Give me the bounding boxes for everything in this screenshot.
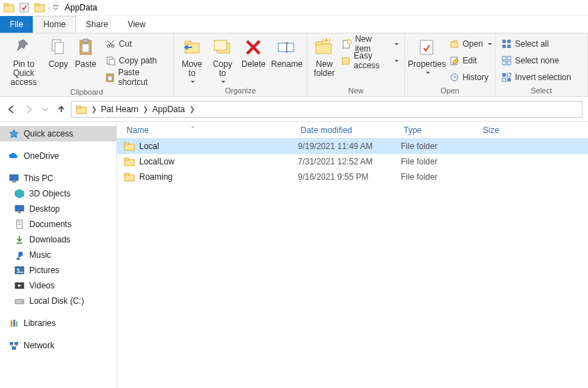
select-all-button[interactable]: Select all	[498, 36, 574, 52]
qat-customize-dropdown[interactable]	[51, 0, 61, 15]
copy-button[interactable]: Copy	[45, 35, 72, 69]
move-to-icon	[181, 36, 203, 59]
svg-rect-22	[316, 44, 331, 54]
svg-rect-35	[507, 45, 511, 48]
ribbon: Pin to Quick access Copy Paste Cut	[0, 33, 588, 97]
nav-bar: ❯ Pat Hearn ❯ AppData ❯	[0, 97, 588, 122]
paste-button[interactable]: Paste	[72, 35, 99, 69]
copy-to-button[interactable]: Copy to	[207, 35, 238, 84]
table-row[interactable]: Roaming 9/16/2021 9:55 PM File folder	[117, 169, 588, 185]
edit-button[interactable]: Edit	[446, 53, 495, 68]
breadcrumb-item[interactable]: Pat Hearn	[100, 104, 140, 114]
group-select: Select all Select none Invert selection …	[495, 33, 588, 96]
sidebar-item-desktop[interactable]: Desktop	[0, 201, 116, 217]
tab-home[interactable]: Home	[33, 16, 76, 33]
sidebar-item-3d-objects[interactable]: 3D Objects	[0, 186, 116, 201]
documents-icon	[14, 219, 25, 230]
sidebar-item-onedrive[interactable]: OneDrive	[0, 148, 116, 164]
tab-share[interactable]: Share	[76, 16, 118, 33]
open-button[interactable]: Open	[446, 36, 495, 52]
svg-rect-47	[12, 181, 16, 183]
tab-view[interactable]: View	[118, 16, 155, 33]
qat-properties-icon[interactable]	[17, 0, 32, 15]
svg-rect-4	[35, 3, 39, 6]
select-none-icon	[501, 55, 512, 66]
history-button[interactable]: History	[446, 70, 495, 85]
svg-rect-2	[20, 3, 29, 12]
sidebar-item-downloads[interactable]: Downloads	[0, 232, 116, 247]
sidebar-item-local-disk[interactable]: Local Disk (C:)	[0, 293, 116, 309]
svg-rect-27	[342, 58, 349, 64]
rename-icon	[276, 36, 298, 59]
column-type[interactable]: Type	[401, 125, 480, 135]
sidebar-item-network[interactable]: Network	[0, 338, 116, 353]
sidebar-item-documents[interactable]: Documents	[0, 217, 116, 232]
svg-rect-15	[108, 76, 112, 81]
svg-rect-9	[82, 44, 89, 52]
sidebar-item-music[interactable]: Music	[0, 247, 116, 263]
select-none-button[interactable]: Select none	[498, 53, 574, 68]
videos-icon	[14, 280, 25, 291]
svg-rect-36	[502, 56, 506, 60]
copy-to-icon	[212, 36, 234, 59]
table-row[interactable]: LocalLow 7/31/2021 12:52 AM File folder	[117, 154, 588, 169]
chevron-right-icon[interactable]: ❯	[88, 105, 100, 113]
group-open: Properties Open Edit History Open	[405, 33, 495, 96]
pin-to-quick-access-button[interactable]: Pin to Quick access	[3, 35, 45, 87]
address-bar[interactable]: ❯ Pat Hearn ❯ AppData ❯	[71, 101, 582, 118]
address-folder-icon	[74, 104, 88, 115]
forward-button[interactable]	[24, 104, 35, 115]
quick-access-toolbar	[1, 0, 61, 15]
qat-folder2-icon[interactable]	[32, 0, 47, 15]
svg-rect-40	[502, 73, 506, 77]
svg-rect-23	[316, 42, 322, 45]
svg-rect-66	[125, 143, 129, 145]
column-name[interactable]: Name	[127, 125, 149, 135]
move-to-button[interactable]: Move to	[177, 35, 207, 84]
chevron-right-icon[interactable]: ❯	[140, 105, 151, 113]
edit-icon	[449, 55, 460, 66]
sidebar-item-videos[interactable]: Videos	[0, 278, 116, 293]
rename-button[interactable]: Rename	[269, 35, 304, 69]
cut-button[interactable]: Cut	[102, 36, 170, 52]
svg-rect-17	[185, 41, 191, 44]
chevron-right-icon[interactable]: ❯	[186, 105, 198, 113]
new-item-button[interactable]: New item	[338, 36, 402, 52]
svg-rect-61	[16, 321, 17, 327]
breadcrumb-item[interactable]: AppData	[151, 104, 186, 114]
column-headers[interactable]: Name˄ Date modified Type Size	[117, 122, 588, 139]
svg-rect-8	[83, 39, 88, 42]
pc-icon	[8, 173, 19, 184]
svg-rect-29	[451, 42, 458, 47]
recent-locations-button[interactable]	[42, 106, 49, 113]
invert-selection-button[interactable]: Invert selection	[498, 70, 574, 85]
table-row[interactable]: Local 9/19/2021 11:49 AM File folder	[117, 139, 588, 154]
cloud-icon	[8, 150, 19, 162]
sidebar-item-quick-access[interactable]: Quick access	[0, 126, 116, 141]
svg-rect-59	[10, 320, 13, 327]
paste-shortcut-button[interactable]: Paste shortcut	[102, 70, 170, 85]
column-size[interactable]: Size	[480, 125, 536, 135]
svg-rect-39	[507, 61, 511, 65]
file-list: Name˄ Date modified Type Size Local 9/19…	[117, 122, 588, 388]
new-folder-button[interactable]: New folder	[310, 35, 338, 78]
ribbon-tabs: File Home Share View	[0, 16, 588, 33]
tab-file[interactable]: File	[0, 16, 33, 33]
column-date[interactable]: Date modified	[298, 125, 401, 135]
sidebar-item-pictures[interactable]: Pictures	[0, 263, 116, 278]
properties-button[interactable]: Properties	[408, 35, 446, 75]
back-button[interactable]	[6, 104, 17, 115]
easy-access-button[interactable]: Easy access	[338, 53, 402, 68]
svg-rect-1	[4, 3, 8, 6]
window-title: AppData	[65, 3, 97, 13]
svg-rect-48	[15, 205, 24, 211]
sidebar-item-this-pc[interactable]: This PC	[0, 171, 116, 186]
delete-button[interactable]: Delete	[238, 35, 270, 69]
download-icon	[14, 234, 25, 245]
qat-folder-icon[interactable]	[1, 0, 17, 15]
copy-icon	[47, 36, 70, 59]
copy-path-button[interactable]: Copy path	[102, 53, 170, 68]
sidebar-item-libraries[interactable]: Libraries	[0, 316, 116, 331]
up-button[interactable]	[56, 104, 67, 115]
svg-rect-13	[109, 59, 115, 65]
